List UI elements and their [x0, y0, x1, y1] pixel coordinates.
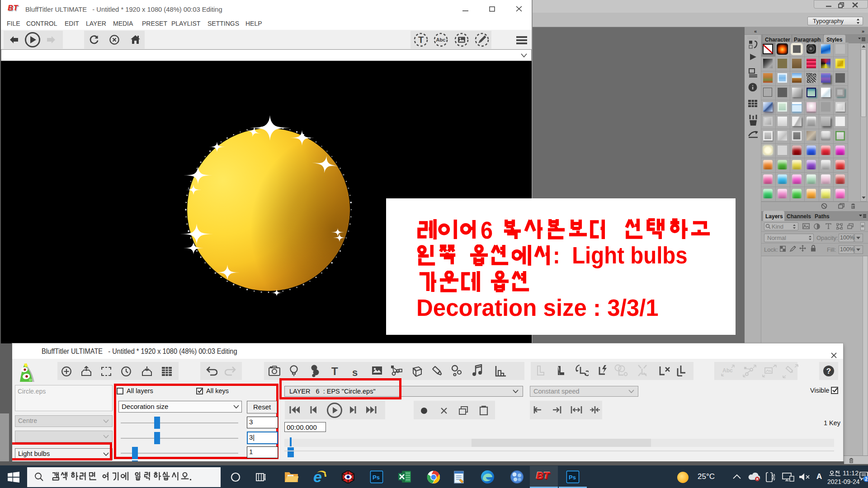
svg-text:Ps: Ps — [569, 474, 576, 481]
svg-text:?: ? — [826, 367, 831, 375]
svg-text:2: 2 — [865, 477, 868, 482]
svg-text:Abc: Abc — [436, 37, 446, 42]
svg-text:T: T — [418, 35, 424, 45]
svg-text:Ps: Ps — [373, 474, 380, 481]
svg-text:Abc: Abc — [722, 367, 733, 374]
svg-text:e: e — [313, 470, 322, 484]
